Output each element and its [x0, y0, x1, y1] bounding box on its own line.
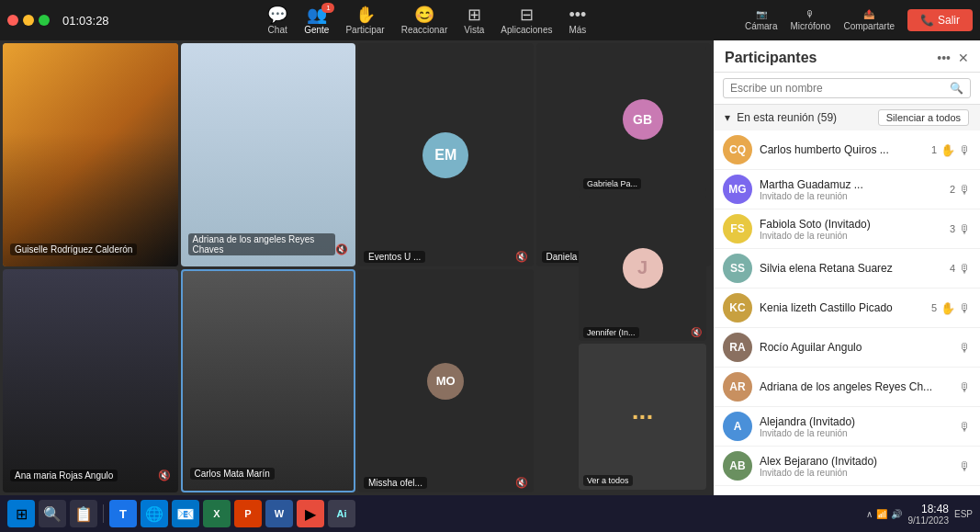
participant-info: Martha Guadamuz ... Invitado de la reuni… — [760, 178, 942, 201]
more-dots-icon: ··· — [632, 402, 653, 432]
gb-initials: GB — [633, 112, 652, 127]
avatar-panel: GB Gabriela Pa... J Jennifer (In... 🔇 ··… — [576, 43, 709, 492]
taskbar-date: 9/11/2023 — [907, 515, 949, 526]
tray-wifi-icon[interactable]: 📶 — [876, 509, 887, 519]
media-taskbar-icon[interactable]: ▶ — [297, 500, 324, 527]
participant-info: Carlos humberto Quiros ... — [760, 143, 924, 156]
toolbar-participar-label: Participar — [345, 25, 384, 35]
video-cell-more[interactable]: ··· Ver a todos — [579, 344, 706, 490]
video-cell-gb[interactable]: GB Gabriela Pa... — [579, 46, 706, 192]
participant-num: 3 — [950, 223, 955, 234]
toolbar-reaccionar[interactable]: 😊 Reaccionar — [401, 6, 448, 35]
silence-all-button[interactable]: Silenciar a todos — [878, 109, 969, 126]
minimize-window-button[interactable] — [23, 15, 34, 26]
expand-icon[interactable]: ▾ — [725, 111, 730, 124]
in-meeting-label: ▾ En esta reunión (59) — [725, 111, 837, 124]
participant-role: Invitado de la reunión — [760, 468, 952, 478]
video-cell-missha[interactable]: MO Missha ofel... 🔇 — [358, 269, 534, 492]
participant-num: 1 — [931, 144, 937, 155]
participant-name: Fabiola Soto (Invitado) — [760, 218, 942, 231]
tray-expand-icon[interactable]: ∧ — [866, 509, 873, 519]
media-icon: ▶ — [305, 505, 316, 523]
toolbar-aplicaciones[interactable]: ⊟ Aplicaciones — [501, 6, 552, 35]
toolbar: 💬 Chat 👥 1 Gente ✋ Participar 😊 Reaccion… — [109, 6, 745, 35]
toolbar-chat[interactable]: 💬 Chat — [267, 6, 287, 35]
search-row: 🔍 — [714, 73, 980, 105]
adriana-name-label: Adriana de los angeles Reyes Chaves — [188, 233, 336, 255]
participant-info: Alejandra (Invitado) Invitado de la reun… — [760, 415, 952, 438]
participate-icon: ✋ — [355, 6, 376, 23]
panel-close-icon[interactable]: ✕ — [958, 51, 969, 65]
phone-end-icon: 📞 — [920, 14, 934, 27]
edge-taskbar-icon[interactable]: 🌐 — [141, 500, 168, 527]
outlook-taskbar-icon[interactable]: 📧 — [172, 500, 199, 527]
participant-info: Kenia lizeth Castillo Picado — [760, 301, 924, 314]
participant-avatar: CQ — [723, 135, 752, 164]
close-window-button[interactable] — [7, 15, 18, 26]
camera-icon: 📷 — [756, 9, 767, 19]
carlos-label-row: Carlos Mata Marín — [190, 468, 347, 480]
toolbar-participar[interactable]: ✋ Participar — [345, 6, 384, 35]
toolbar-vista[interactable]: ⊞ Vista — [464, 6, 484, 35]
toolbar-microfono[interactable]: 🎙 Micrófono — [791, 9, 831, 31]
windows-start-button[interactable]: ⊞ — [7, 500, 35, 527]
window-controls — [7, 15, 50, 26]
participant-actions: 4 🎙 — [950, 262, 971, 276]
missha-avatar: MO — [427, 363, 464, 400]
search-taskbar-button[interactable]: 🔍 — [39, 500, 66, 527]
ana-label-row: Ana maria Rojas Angulo 🔇 — [10, 470, 171, 481]
video-cell-adriana[interactable]: Adriana de los angeles Reyes Chaves 🔇 — [181, 43, 356, 266]
participant-name: Adriana de los angeles Reyes Ch... — [760, 380, 952, 393]
participant-info: Fabiola Soto (Invitado) Invitado de la r… — [760, 218, 942, 241]
missha-name-label: Missha ofel... — [364, 477, 427, 489]
windows-icon: ⊞ — [16, 505, 28, 523]
video-cell-carlos[interactable]: Carlos Mata Marín — [181, 269, 356, 492]
taskview-button[interactable]: 📋 — [70, 500, 97, 527]
participant-actions: 🎙 — [959, 380, 971, 394]
participant-avatar: RA — [723, 333, 752, 362]
excel-taskbar-icon[interactable]: X — [203, 500, 231, 527]
search-input-wrap: 🔍 — [723, 78, 971, 98]
participant-actions: 🎙 — [959, 459, 971, 473]
participant-mic-icon: 🎙 — [959, 301, 971, 315]
em-mic-icon: 🔇 — [515, 251, 528, 263]
participant-mic-icon: 🎙 — [959, 183, 971, 197]
video-cell-j[interactable]: J Jennifer (In... 🔇 — [579, 195, 706, 341]
maximize-window-button[interactable] — [39, 15, 50, 26]
panel-title: Participantes — [725, 50, 817, 66]
ai-button[interactable]: Ai — [328, 500, 355, 527]
video-cell-em[interactable]: EM Eventos U ... 🔇 — [358, 43, 534, 266]
top-bar: 01:03:28 💬 Chat 👥 1 Gente ✋ Participar 😊… — [0, 0, 980, 40]
panel-more-icon[interactable]: ••• — [937, 51, 951, 65]
participant-name: Alejandra (Invitado) — [760, 415, 952, 428]
participant-hand-icon: ✋ — [941, 301, 955, 315]
participant-mic-icon: 🎙 — [959, 222, 971, 236]
toolbar-vista-label: Vista — [464, 25, 484, 35]
search-input[interactable] — [730, 82, 950, 95]
powerpoint-taskbar-icon[interactable]: P — [234, 500, 262, 527]
participant-num: 2 — [950, 184, 955, 195]
video-cell-guiselle[interactable]: Guiselle Rodríguez Calderón — [3, 43, 178, 266]
participant-avatar: FS — [723, 214, 752, 243]
powerpoint-icon: P — [244, 508, 251, 519]
toolbar-camara[interactable]: 📷 Cámara — [745, 9, 778, 31]
participant-avatar: MG — [723, 175, 752, 204]
compartir-label: Compartarte — [843, 21, 895, 31]
participant-actions: 3 🎙 — [950, 222, 971, 236]
video-cell-ana[interactable]: Ana maria Rojas Angulo 🔇 — [3, 269, 178, 492]
guiselle-name-label: Guiselle Rodríguez Calderón — [10, 243, 137, 255]
leave-call-button[interactable]: 📞 Salir — [907, 9, 973, 31]
toolbar-mas[interactable]: ••• Más — [569, 6, 586, 35]
teams-taskbar-icon[interactable]: T — [109, 500, 137, 527]
top-bar-right: 📷 Cámara 🎙 Micrófono 📤 Compartarte 📞 Sal… — [745, 9, 973, 31]
participant-mic-icon: 🎙 — [959, 459, 971, 473]
toolbar-gente[interactable]: 👥 1 Gente — [304, 6, 329, 35]
participant-info: Silvia elena Retana Suarez — [760, 262, 942, 275]
word-taskbar-icon[interactable]: W — [265, 500, 293, 527]
participant-mic-icon: 🎙 — [959, 420, 971, 434]
view-icon: ⊞ — [467, 6, 481, 23]
participant-name: Carlos humberto Quiros ... — [760, 143, 924, 156]
toolbar-gente-label: Gente — [304, 25, 329, 35]
toolbar-compartir[interactable]: 📤 Compartarte — [843, 9, 895, 31]
tray-volume-icon[interactable]: 🔊 — [891, 509, 902, 519]
